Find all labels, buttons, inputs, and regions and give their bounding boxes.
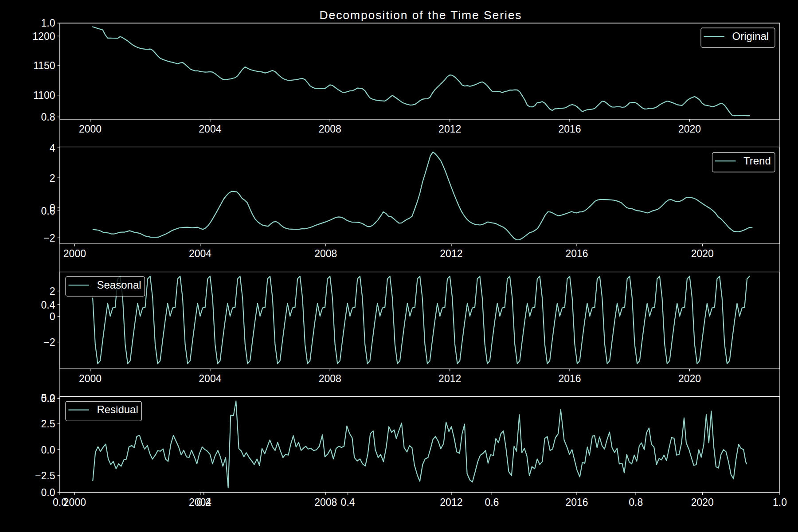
svg-text:0.6: 0.6 [485,497,499,508]
svg-text:2020: 2020 [678,373,701,384]
svg-text:2004: 2004 [199,123,221,135]
svg-text:2012: 2012 [438,373,461,384]
svg-text:−2.5: −2.5 [35,470,55,481]
svg-text:2004: 2004 [189,497,211,508]
svg-text:2000: 2000 [63,248,86,259]
svg-text:2000: 2000 [63,497,86,508]
svg-text:2020: 2020 [678,123,701,135]
svg-text:0.8: 0.8 [629,497,643,508]
svg-text:2016: 2016 [559,373,581,384]
svg-text:2008: 2008 [319,373,341,384]
svg-text:2012: 2012 [440,497,462,508]
svg-text:2: 2 [50,172,55,184]
svg-text:0.0: 0.0 [41,444,55,456]
svg-text:Trend: Trend [743,155,771,167]
svg-text:2012: 2012 [438,123,461,135]
svg-text:1200: 1200 [32,31,55,42]
svg-text:2008: 2008 [319,123,341,135]
svg-text:1.0: 1.0 [41,17,55,29]
svg-text:1150: 1150 [33,60,55,71]
svg-text:0.4: 0.4 [341,497,355,508]
svg-text:0: 0 [50,311,55,322]
svg-text:2016: 2016 [559,123,581,135]
svg-text:1.0: 1.0 [773,497,787,508]
svg-text:2020: 2020 [691,497,714,508]
svg-text:1100: 1100 [33,90,55,101]
svg-text:0.4: 0.4 [41,299,55,311]
svg-text:2020: 2020 [691,248,714,259]
svg-text:0.8: 0.8 [41,111,55,123]
svg-text:2012: 2012 [440,248,462,259]
svg-text:Original: Original [732,30,769,42]
svg-text:2008: 2008 [314,248,337,259]
svg-text:Decomposition of the Time Seri: Decomposition of the Time Series [319,8,522,22]
svg-text:2000: 2000 [79,373,102,384]
svg-text:2004: 2004 [199,373,221,384]
svg-text:2016: 2016 [566,248,588,259]
svg-text:−2: −2 [43,336,55,348]
svg-text:2004: 2004 [189,248,211,259]
svg-text:5.0: 5.0 [41,392,55,404]
svg-text:4: 4 [50,142,55,154]
svg-text:−2: −2 [43,232,55,244]
svg-text:Seasonal: Seasonal [97,279,141,291]
svg-text:2: 2 [50,286,55,297]
svg-text:2.5: 2.5 [41,418,55,430]
svg-text:Residual: Residual [97,403,138,415]
svg-text:0: 0 [50,202,55,214]
svg-text:2000: 2000 [79,123,102,135]
svg-text:2016: 2016 [566,497,588,508]
svg-text:2008: 2008 [314,497,337,508]
